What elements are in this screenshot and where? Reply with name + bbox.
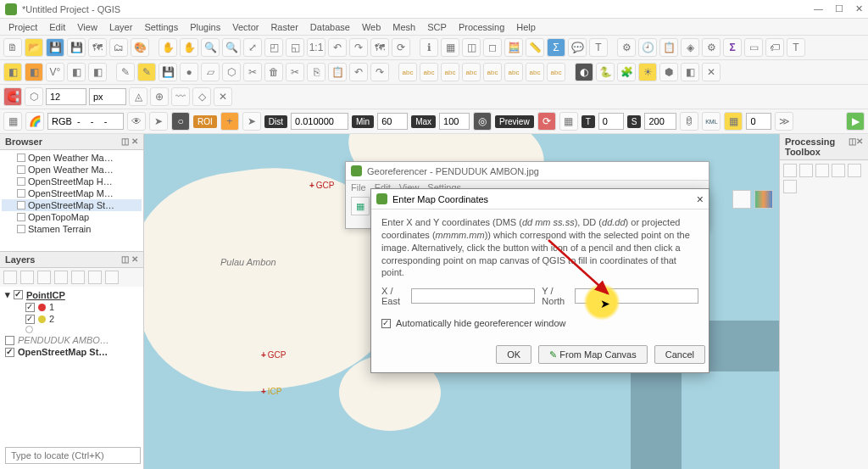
cancel-button[interactable]: Cancel	[654, 345, 705, 364]
zoom-layer-button[interactable]: ◱	[286, 38, 304, 57]
menu-vector[interactable]: Vector	[227, 20, 264, 34]
abc-button-7[interactable]: abc	[526, 63, 544, 81]
processing-tool-button[interactable]	[815, 164, 829, 177]
menu-edit[interactable]: Edit	[44, 20, 70, 34]
results-viewer-button[interactable]: 📋	[659, 38, 678, 57]
browser-item[interactable]: Open Weather Ma…	[2, 152, 142, 164]
python-console-button[interactable]: ▭	[744, 38, 763, 57]
layers-filter-button[interactable]	[54, 271, 68, 284]
scp-pointer-button[interactable]: ➤	[242, 112, 261, 131]
menu-web[interactable]: Web	[357, 20, 386, 34]
toolbox-button[interactable]: ⚙	[617, 38, 636, 57]
snap-tolerance-input[interactable]	[46, 88, 86, 105]
browser-panel[interactable]: Open Weather Ma… Open Weather Ma… OpenSt…	[0, 150, 143, 252]
max-input[interactable]	[439, 113, 470, 130]
open-project-button[interactable]: 📂	[25, 38, 43, 57]
layout-manager-button[interactable]: 🗂	[109, 38, 128, 57]
x-east-input[interactable]	[411, 288, 535, 304]
new-map-view-button[interactable]: 🗺	[370, 38, 389, 57]
zoom-native-button[interactable]: 1:1	[307, 38, 326, 57]
menu-view[interactable]: View	[72, 20, 103, 34]
browser-panel-header[interactable]: Browser ◫ ✕	[0, 134, 143, 150]
menu-help[interactable]: Help	[511, 20, 541, 34]
paste-features-button[interactable]: 📋	[328, 63, 347, 81]
text-annotation-button[interactable]: T	[589, 38, 608, 57]
zoom-selection-button[interactable]: ◰	[264, 38, 283, 57]
min-input[interactable]	[377, 113, 408, 130]
menu-mesh[interactable]: Mesh	[387, 20, 420, 34]
new-geopackage-button[interactable]: ◧	[25, 63, 43, 81]
snap-unit-select[interactable]	[89, 88, 126, 105]
browser-item[interactable]: Open Weather Ma…	[2, 164, 142, 176]
data-source-manager-button[interactable]: ◧	[3, 63, 22, 81]
processing-tool-button[interactable]	[848, 164, 861, 177]
plugin-button-1[interactable]: ◐	[575, 63, 593, 81]
menu-settings[interactable]: Settings	[139, 20, 183, 34]
new-spatialite-button[interactable]: ◧	[67, 63, 86, 81]
layers-panel-header[interactable]: Layers ◫ ✕	[0, 252, 143, 268]
snap-intersection-button[interactable]: ⊕	[150, 87, 169, 106]
statistics-button[interactable]: Σ	[547, 38, 565, 57]
layers-panel[interactable]: ▾ PointICP 1 2 PENDUDUK AMBO…	[0, 287, 143, 469]
menu-scp[interactable]: SCP	[422, 20, 452, 34]
redo-button[interactable]: ↷	[370, 63, 389, 81]
georef-menu-file[interactable]: File	[351, 182, 366, 193]
zoom-next-button[interactable]: ↷	[349, 38, 368, 57]
abc-button-8[interactable]: abc	[547, 63, 565, 81]
scp-run-button[interactable]: ▶	[846, 112, 865, 131]
maximize-button[interactable]: ☐	[835, 3, 843, 14]
abc-button-1[interactable]: abc	[398, 63, 417, 81]
auto-hide-row[interactable]: Automatically hide georeferencer window	[381, 318, 698, 328]
menu-layer[interactable]: Layer	[104, 20, 138, 34]
browser-dock-icons[interactable]: ◫ ✕	[121, 137, 138, 147]
georef-tool-button[interactable]	[732, 190, 751, 209]
layer-checkbox[interactable]	[25, 303, 35, 312]
dialog-titlebar[interactable]: Enter Map Coordinates ×	[371, 189, 709, 209]
history-button[interactable]: 🕘	[638, 38, 657, 57]
processing-tool-button[interactable]	[799, 164, 813, 177]
pan-to-selection-button[interactable]: ✋	[180, 38, 198, 57]
model-designer-button[interactable]: ◈	[681, 38, 699, 57]
snapping-button[interactable]: 🧲	[3, 87, 22, 106]
scp-zero-input[interactable]	[746, 113, 771, 130]
menu-plugins[interactable]: Plugins	[185, 20, 225, 34]
minimize-button[interactable]: —	[814, 3, 823, 14]
layers-style-button[interactable]	[3, 271, 17, 284]
add-feature-button[interactable]: ●	[180, 63, 198, 81]
undo-button[interactable]: ↶	[349, 63, 368, 81]
save-project-button[interactable]: 💾	[46, 38, 64, 57]
show-map-tips-button[interactable]: 💬	[568, 38, 587, 57]
options-button[interactable]: ⚙	[702, 38, 721, 57]
layer-empty-symbol[interactable]	[2, 325, 142, 334]
layer-group-pointicp[interactable]: ▾ PointICP	[2, 288, 142, 301]
from-map-canvas-button[interactable]: ✎ From Map Canvas	[538, 345, 648, 364]
open-attribute-table-button[interactable]: ▦	[441, 38, 459, 57]
layers-remove-button[interactable]	[105, 271, 119, 284]
field-calculator-button[interactable]: 🧮	[504, 38, 523, 57]
scp-show-button[interactable]: 👁	[127, 112, 146, 131]
layers-dock-icons[interactable]: ◫ ✕	[121, 254, 138, 265]
plugin-button-5[interactable]: ✕	[702, 63, 721, 81]
gcp-point[interactable]: GCP	[261, 350, 287, 360]
layer-checkbox[interactable]	[5, 336, 14, 345]
georef-histogram-button[interactable]	[754, 190, 773, 209]
abc-button-6[interactable]: abc	[504, 63, 523, 81]
vertex-tool-button[interactable]: ⬡	[222, 63, 241, 81]
ok-button[interactable]: OK	[496, 345, 531, 364]
menu-project[interactable]: Project	[3, 20, 42, 34]
plugin-manager-button[interactable]: 🧩	[617, 63, 636, 81]
scp-more-button[interactable]: ≫	[775, 112, 793, 131]
save-as-button[interactable]: 💾	[67, 38, 86, 57]
layer-checkbox[interactable]	[25, 315, 35, 324]
dist-input[interactable]	[291, 113, 348, 130]
avoid-overlap-button[interactable]: ✕	[214, 87, 232, 106]
processing-tool-button[interactable]	[832, 164, 845, 177]
t-input[interactable]	[598, 113, 624, 130]
menu-raster[interactable]: Raster	[265, 20, 303, 34]
layer-symbol-1[interactable]: 1	[2, 301, 142, 313]
close-button[interactable]: ✕	[855, 3, 863, 14]
trace-button[interactable]: 〰	[171, 87, 190, 106]
scp-rgb-button[interactable]: 🌈	[25, 112, 44, 131]
python-button[interactable]: 🐍	[596, 63, 615, 81]
layer-symbol-2[interactable]: 2	[2, 313, 142, 325]
